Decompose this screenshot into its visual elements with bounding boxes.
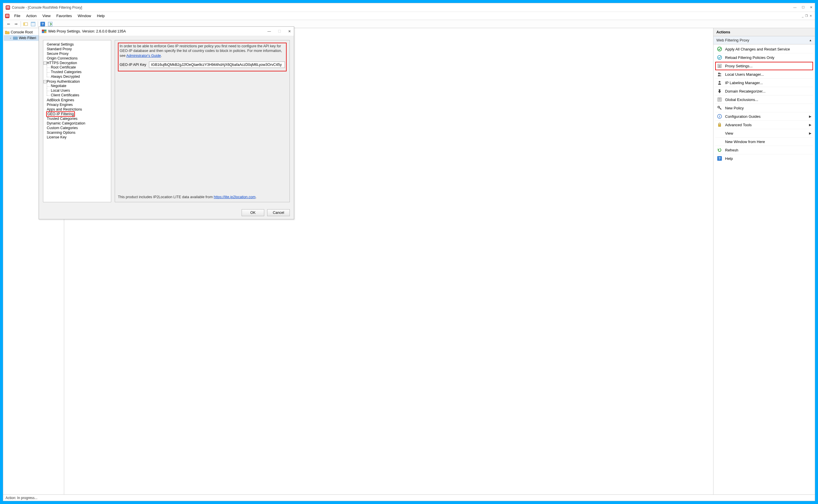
tree-item-local-users[interactable]: Local Users (47, 88, 109, 93)
tree-item-always-decrypted[interactable]: Always Decrypted (47, 74, 109, 79)
tree-item-origin-connections[interactable]: Origin Connections (45, 56, 109, 61)
menu-window[interactable]: Window (75, 12, 94, 19)
menu-action[interactable]: Action (23, 12, 39, 19)
tree-item-custom-cat[interactable]: Custom Categories (45, 126, 109, 130)
info-text-end: . (161, 54, 162, 58)
tree-item-negotiate[interactable]: Negotiate (47, 84, 109, 88)
tree-item-client-certs[interactable]: Client Certificates (47, 93, 109, 97)
svg-rect-5 (6, 16, 9, 17)
titlebar: Console - [Console Root\Web Filtering Pr… (3, 3, 407, 12)
svg-rect-9 (31, 22, 35, 23)
tree-item-standard-proxy[interactable]: Standard Proxy (45, 47, 109, 51)
tree-item-root-cert[interactable]: Root Certificate (47, 65, 109, 70)
new-window-button[interactable] (30, 21, 37, 28)
tree-item-trusted-categories-2[interactable]: Trusted Categories (45, 116, 109, 121)
tree-item-trusted-categories[interactable]: Trusted Categories (47, 70, 109, 74)
svg-rect-13 (13, 37, 17, 38)
folder-icon (5, 30, 10, 35)
document-icon (5, 14, 10, 18)
svg-rect-1 (6, 6, 9, 7)
attribution-end: . (256, 195, 257, 199)
tree-item-https-decryption[interactable]: −HTTPS Decryption Root Certificate Trust… (45, 61, 109, 79)
tree-item-secure-proxy[interactable]: Secure Proxy (45, 51, 109, 56)
api-key-input[interactable] (149, 62, 285, 68)
tree-item-geoip[interactable]: GEO-IP Filtering (45, 112, 109, 116)
svg-rect-7 (24, 23, 25, 26)
window-title: Console - [Console Root\Web Filtering Pr… (12, 6, 82, 10)
dialog-minimize[interactable]: — (268, 29, 271, 33)
svg-rect-16 (44, 30, 46, 31)
attribution-text: This product includes IP2Location LITE d… (118, 195, 214, 199)
back-button[interactable]: ⬅ (5, 21, 12, 28)
tree-item-proxy-auth[interactable]: −Proxy Authentication Negotiate Local Us… (45, 79, 109, 98)
tree-item-scan-options[interactable]: Scanning Options (45, 130, 109, 135)
svg-rect-18 (44, 31, 46, 33)
svg-rect-17 (42, 31, 44, 33)
tree-item-apps-restrictions[interactable]: Apps and Restrictions (45, 107, 109, 112)
ip2location-link[interactable]: https://lite.ip2location.com (214, 195, 256, 199)
app-icon (6, 5, 10, 10)
tree-item-label: Web Filteri (19, 36, 36, 40)
dialog-icon (42, 29, 46, 34)
settings-dialog: Web Proxy Settings. Version: 2.6.0.0 Bui… (39, 26, 294, 219)
settings-content: In order to be able to enforce Geo IP re… (115, 40, 290, 202)
svg-rect-2 (6, 8, 9, 8)
admin-guide-link[interactable]: Administrator's Guide (126, 54, 161, 58)
tree-item-dynamic-cat[interactable]: Dynamic Categorization (45, 121, 109, 126)
tree-root-label: Console Root (11, 30, 33, 34)
tree-item-general[interactable]: General Settings (45, 42, 109, 47)
tree-item-adblock[interactable]: AdBlock Engines (45, 98, 109, 102)
svg-text:?: ? (42, 22, 44, 26)
dialog-maximize[interactable]: ☐ (278, 29, 281, 33)
tree-item-license[interactable]: License Key (45, 135, 109, 140)
menu-help[interactable]: Help (94, 12, 108, 19)
svg-rect-15 (42, 30, 44, 31)
settings-tree: General Settings Standard Proxy Secure P… (43, 40, 111, 202)
svg-rect-4 (6, 15, 9, 15)
proxy-icon (13, 36, 18, 40)
dialog-title: Web Proxy Settings. Version: 2.6.0.0 Bui… (48, 29, 126, 33)
forward-button[interactable]: ➡ (12, 21, 19, 28)
geoip-info-box: In order to be able to enforce Geo IP re… (118, 43, 287, 71)
cancel-button[interactable]: Cancel (267, 209, 290, 216)
menu-favorites[interactable]: Favorites (53, 12, 75, 19)
menubar: File Action View Favorites Window Help _… (3, 12, 407, 20)
showhide-tree-button[interactable] (22, 21, 29, 28)
tree-item-privacy[interactable]: Privacy Engines (45, 102, 109, 107)
dialog-close[interactable]: ✕ (288, 29, 291, 33)
menu-view[interactable]: View (39, 12, 53, 19)
api-key-label: GEO-IP API Key (120, 63, 146, 67)
menu-file[interactable]: File (11, 12, 23, 19)
svg-rect-14 (13, 38, 17, 39)
ok-button[interactable]: OK (242, 209, 264, 216)
caret-icon: › (9, 37, 12, 40)
